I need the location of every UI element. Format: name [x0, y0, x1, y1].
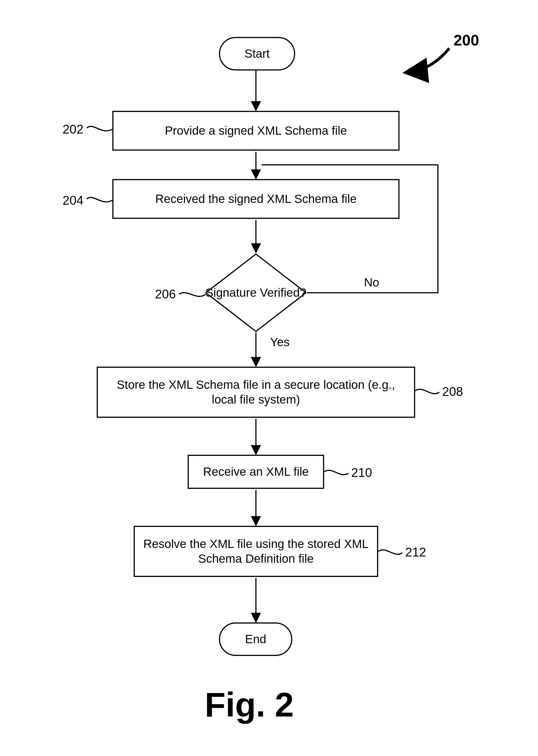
step-210-box: Receive an XML file — [188, 455, 324, 489]
ref-204: 204 — [63, 193, 83, 208]
edge-yes-label: Yes — [270, 335, 290, 349]
start-terminator: Start — [219, 37, 295, 71]
ref-200: 200 — [454, 31, 479, 49]
step-208-box: Store the XML Schema file in a secure lo… — [97, 367, 415, 418]
start-label: Start — [244, 47, 270, 61]
ref-208: 208 — [442, 384, 463, 399]
end-terminator: End — [219, 623, 292, 656]
step-202-text: Provide a signed XML Schema file — [165, 123, 347, 138]
step-208-text: Store the XML Schema file in a secure lo… — [103, 378, 408, 407]
ref-202: 202 — [63, 122, 83, 136]
flowchart-canvas: Start End Provide a signed XML Schema fi… — [0, 0, 538, 756]
step-204-box: Received the signed XML Schema file — [112, 179, 400, 219]
ref-206: 206 — [155, 287, 176, 301]
decision-206: Signature Verified? — [205, 253, 307, 332]
step-210-text: Receive an XML file — [203, 464, 309, 479]
step-202-box: Provide a signed XML Schema file — [112, 111, 400, 151]
ref-210: 210 — [351, 466, 372, 480]
step-212-box: Resolve the XML file using the stored XM… — [134, 526, 378, 577]
decision-206-text: Signature Verified? — [206, 286, 306, 300]
step-212-text: Resolve the XML file using the stored XM… — [140, 536, 371, 567]
end-label: End — [245, 632, 266, 646]
ref-212: 212 — [405, 545, 426, 559]
figure-caption: Fig. 2 — [205, 685, 294, 724]
edge-no-label: No — [364, 276, 379, 289]
step-204-text: Received the signed XML Schema file — [155, 191, 356, 207]
